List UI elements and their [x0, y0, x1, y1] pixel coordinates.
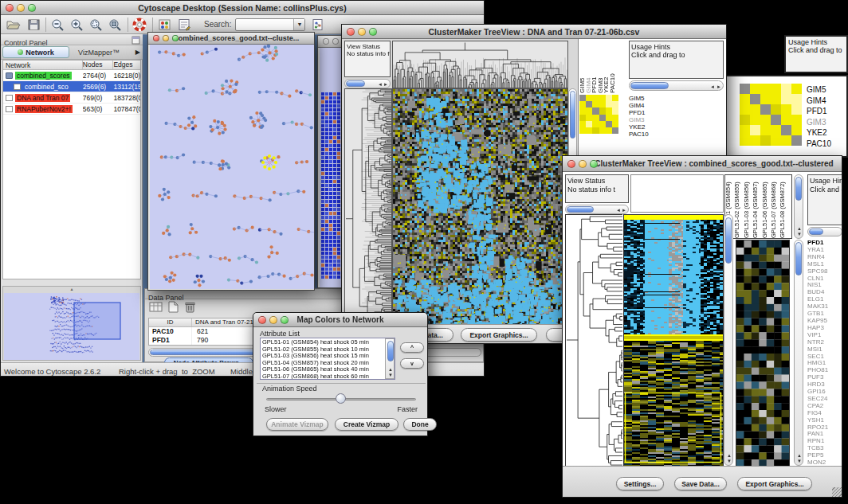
- speed-slider-thumb[interactable]: [336, 393, 346, 404]
- dialog-titlebar[interactable]: Map Colors to Network: [253, 313, 427, 327]
- minimize-button[interactable]: [269, 316, 277, 324]
- col-header-network[interactable]: Network: [3, 61, 83, 69]
- tv1-usage-hscrollbar[interactable]: ◄►: [629, 80, 724, 91]
- delete-attribute-icon[interactable]: [184, 301, 196, 313]
- birdseye-canvas[interactable]: [4, 293, 139, 360]
- network-tree-row[interactable]: RNAPuberNov2+!563(0)107847(0): [3, 104, 140, 115]
- matrix-cell: [586, 115, 592, 121]
- attribute-list-item[interactable]: GPL51-02 (GSM855) heat shock 10 min: [262, 346, 383, 354]
- network-window-titlebar[interactable]: combined_scores_good.txt--cluste...: [148, 33, 314, 45]
- resize-grip[interactable]: [832, 487, 842, 498]
- attribute-list[interactable]: GPL51-01 (GSM854) heat shock 05 minGPL51…: [260, 338, 395, 380]
- slower-label: Slower: [265, 405, 287, 413]
- network-canvas[interactable]: [150, 45, 314, 289]
- tv1-export-graphics-button[interactable]: Export Graphics...: [461, 328, 537, 342]
- tv2-labels-vscrollbar[interactable]: ▲▼: [794, 240, 803, 466]
- minimize-button[interactable]: [332, 38, 339, 45]
- minimize-button[interactable]: [17, 4, 25, 12]
- open-icon[interactable]: [6, 18, 21, 32]
- tv1-heatmap[interactable]: [392, 88, 568, 326]
- tv2-export-graphics-button[interactable]: Export Graphics...: [737, 477, 812, 490]
- zoom-button[interactable]: [172, 35, 179, 41]
- search-label: Search:: [204, 20, 231, 29]
- tv2-zoom-heatmap[interactable]: [736, 240, 790, 467]
- tv2-usage-hscrollbar[interactable]: [807, 227, 842, 236]
- zoom-button[interactable]: [369, 28, 377, 36]
- tv1-column-dendrogram[interactable]: [392, 41, 568, 88]
- float-panel-icon[interactable]: [132, 36, 140, 45]
- attribute-list-vscrollbar[interactable]: ▲▼: [385, 338, 395, 379]
- fragment-correlation-matrix[interactable]: [740, 84, 802, 150]
- matrix-cell: [781, 84, 791, 94]
- move-up-button[interactable]: ^: [400, 342, 424, 353]
- main-titlebar[interactable]: Cytoscape Desktop (Session Name: collins…: [1, 1, 484, 15]
- network-name-cell: DNA and Tran 07: [3, 94, 83, 102]
- network-tree-row[interactable]: combined_scores2764(0)16218(0): [3, 70, 140, 81]
- close-button[interactable]: [258, 316, 266, 324]
- search-dropdown-button[interactable]: ▼: [293, 19, 304, 30]
- minimize-button[interactable]: [358, 28, 366, 36]
- tv2-save-data-button[interactable]: Save Data...: [674, 477, 727, 490]
- help-lifesaver-icon[interactable]: [132, 18, 148, 32]
- tv2-column-tree-area[interactable]: [630, 174, 724, 213]
- birdseye-handle[interactable]: ▴: [3, 287, 140, 292]
- zoom-button[interactable]: [28, 4, 36, 12]
- matrix-cell: [771, 94, 781, 104]
- zoom-fit-icon[interactable]: [108, 18, 124, 32]
- tv2-global-vscrollbar[interactable]: ▲▼: [724, 214, 733, 466]
- matrix-cell: [606, 115, 612, 121]
- attribute-list-item[interactable]: GPL51-07 (GSM868) heat shock 60 min: [262, 373, 383, 380]
- matrix-cell: [599, 107, 606, 114]
- search-input[interactable]: ▼: [235, 18, 305, 31]
- minimize-button[interactable]: [579, 160, 587, 168]
- close-button[interactable]: [6, 4, 14, 12]
- tabs-more-button[interactable]: ▶: [135, 49, 140, 56]
- tv1-status-hscrollbar[interactable]: ◄►: [344, 79, 391, 88]
- vizmap-grid-icon[interactable]: [157, 18, 173, 32]
- attribute-list-item[interactable]: GPL51-04 (GSM857) heat shock 20 min: [262, 360, 383, 367]
- tab-network[interactable]: Network: [2, 46, 69, 58]
- network-tree-row[interactable]: DNA and Tran 07769(0)183728(0): [3, 92, 140, 104]
- create-vizmap-button[interactable]: Create Vizmap: [335, 418, 398, 431]
- done-button[interactable]: Done: [403, 418, 437, 431]
- col-header-nodes[interactable]: Nodes: [83, 61, 114, 69]
- annotation-icon[interactable]: [177, 18, 193, 32]
- matrix-cell: [791, 104, 802, 115]
- tv2-global-heatmap[interactable]: [623, 214, 724, 467]
- matrix-cell: [599, 95, 606, 101]
- move-down-button[interactable]: v: [400, 358, 424, 369]
- select-attributes-icon[interactable]: [149, 301, 163, 313]
- attribute-list-item[interactable]: GPL51-01 (GSM854) heat shock 05 min: [262, 339, 383, 346]
- zoom-button[interactable]: [590, 160, 598, 168]
- tv2-settings-button[interactable]: Settings...: [616, 477, 664, 490]
- close-button[interactable]: [323, 38, 329, 45]
- data-col-id[interactable]: ID: [149, 318, 192, 326]
- minimize-button[interactable]: [163, 35, 169, 41]
- network-tree-row[interactable]: combined_sco2569(6)13112(15): [3, 81, 140, 92]
- close-button[interactable]: [153, 35, 159, 41]
- attribute-list-item[interactable]: GPL51-06 (GSM865) heat shock 40 min: [262, 366, 383, 373]
- tv1-zoom-matrix[interactable]: [579, 95, 618, 135]
- save-icon[interactable]: [26, 18, 41, 32]
- animate-vizmap-button[interactable]: Animate Vizmap: [266, 418, 328, 431]
- tv2-row-dendrogram[interactable]: [565, 214, 622, 467]
- tv2-header-vscrollbar[interactable]: ▲▼: [794, 174, 803, 239]
- network-report-icon[interactable]: [310, 18, 326, 32]
- treeview1-title: ClusterMaker TreeView : DNA and Tran 07-…: [429, 27, 640, 37]
- tab-vizmapper[interactable]: VizMapper™: [69, 46, 128, 58]
- matrix-cell: [760, 94, 771, 104]
- matrix-cell: [791, 94, 802, 104]
- col-header-edges[interactable]: Edges: [113, 61, 140, 69]
- zoom-button[interactable]: [281, 316, 289, 324]
- close-button[interactable]: [567, 160, 575, 168]
- close-button[interactable]: [347, 28, 355, 36]
- zoom-selected-icon[interactable]: [88, 18, 104, 32]
- tv2-status-hscrollbar[interactable]: ◄►: [565, 205, 629, 214]
- treeview2-titlebar[interactable]: ClusterMaker TreeView : combined_scores_…: [563, 156, 842, 172]
- attribute-list-item[interactable]: GPL51-03 (GSM856) heat shock 15 min: [262, 353, 383, 360]
- zoom-out-icon[interactable]: [50, 18, 66, 32]
- zoom-in-icon[interactable]: [69, 18, 85, 32]
- new-attribute-icon[interactable]: [167, 301, 179, 313]
- treeview1-titlebar[interactable]: ClusterMaker TreeView : DNA and Tran 07-…: [342, 25, 726, 39]
- tv1-row-dendrogram[interactable]: [344, 88, 392, 326]
